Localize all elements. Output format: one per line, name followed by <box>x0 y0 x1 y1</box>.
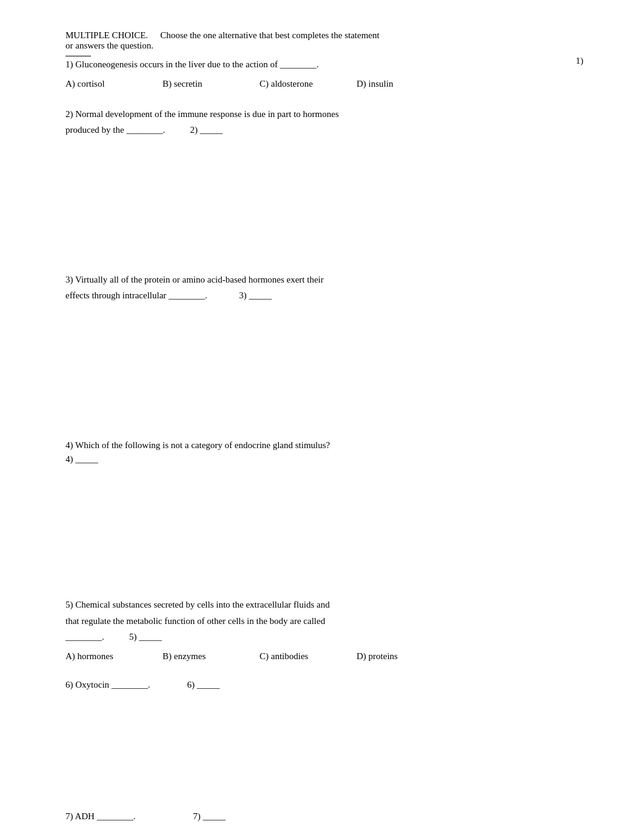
q3-text: 3) Virtually all of the protein or amino… <box>65 273 324 287</box>
q1-choice-c: C) aldosterone <box>260 79 332 89</box>
q1-text: 1) Gluconeogenesis occurs in the liver d… <box>65 58 318 72</box>
question-7: 7) ADH ________. 7) _____ <box>65 811 583 822</box>
question-3: 3) Virtually all of the protein or amino… <box>65 273 583 305</box>
q2-number-label: 2) _____ <box>190 125 223 135</box>
q7-number-label: 7) _____ <box>193 811 226 822</box>
q4-number: 4) _____ <box>65 454 583 464</box>
q2-text: 2) Normal development of the immune resp… <box>65 107 339 121</box>
q5-text2: that regulate the metabolic function of … <box>65 614 583 628</box>
q7-text: 7) ADH ________. <box>65 811 135 822</box>
q5-choice-d: D) proteins <box>357 651 429 662</box>
question-6: 6) Oxytocin ________. 6) _____ <box>65 680 583 690</box>
header-instruction2: or answers the question. <box>65 41 153 50</box>
header: MULTIPLE CHOICE. Choose the one alternat… <box>65 30 583 51</box>
q5-text: 5) Chemical substances secreted by cells… <box>65 598 583 612</box>
q2-text2: produced by the ________. 2) _____ <box>65 123 339 137</box>
q5-choice-a: A) hormones <box>65 651 138 662</box>
header-title: MULTIPLE CHOICE. <box>65 30 148 41</box>
header-instruction: Choose the one alternative that best com… <box>160 30 380 41</box>
question-1: 1) Gluconeogenesis occurs in the liver d… <box>65 56 583 89</box>
q4-text: 4) Which of the following is not a categ… <box>65 438 583 452</box>
q5-number-label: 5) _____ <box>129 632 162 642</box>
question-2: 2) Normal development of the immune resp… <box>65 107 583 139</box>
q5-choice-b: B) enzymes <box>163 651 235 662</box>
q1-choice-d: D) insulin <box>357 79 429 89</box>
q1-top-line <box>65 56 91 56</box>
q5-choice-c: C) antibodies <box>260 651 332 662</box>
q3-text2: effects through intracellular ________. … <box>65 289 324 303</box>
q1-choices: A) cortisol B) secretin C) aldosterone D… <box>65 79 583 89</box>
q5-text3: ________. 5) _____ <box>65 630 583 644</box>
q6-number-label: 6) _____ <box>187 680 220 690</box>
q3-number-label: 3) _____ <box>239 290 272 300</box>
q1-choice-a: A) cortisol <box>65 79 138 89</box>
question-4: 4) Which of the following is not a categ… <box>65 438 583 465</box>
q5-choices: A) hormones B) enzymes C) antibodies D) … <box>65 651 583 662</box>
q6-text: 6) Oxytocin ________. <box>65 680 150 690</box>
q1-number-right: 1) <box>576 56 584 66</box>
question-5: 5) Chemical substances secreted by cells… <box>65 598 583 662</box>
q1-choice-b: B) secretin <box>163 79 235 89</box>
